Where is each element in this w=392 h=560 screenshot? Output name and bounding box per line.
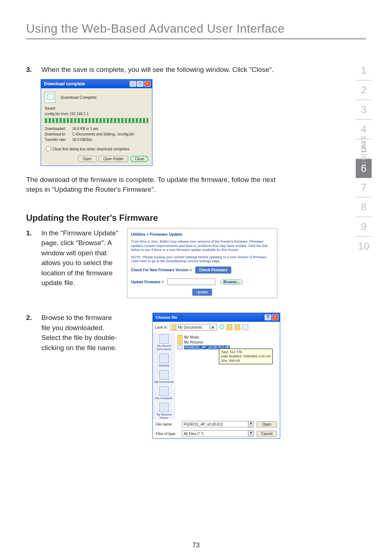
place-computer[interactable]: My Computer — [155, 386, 173, 400]
minimize-icon[interactable]: _ — [130, 81, 136, 87]
cancel-button[interactable]: Cancel — [257, 431, 277, 437]
update-button[interactable]: Update — [192, 289, 212, 296]
nav-3[interactable]: 3 — [356, 100, 372, 120]
filename-input[interactable]: F5D6231_4P_v0.00.012▾ — [182, 421, 254, 427]
page-title: Using the Web-Based Advanced User Interf… — [26, 22, 366, 36]
close-icon[interactable]: × — [144, 81, 151, 87]
fw-paragraph-1: From time to time, Belkin may release ne… — [131, 239, 273, 252]
rate-label: Transfer rate: — [45, 137, 72, 142]
place-network[interactable]: My Network Places — [153, 403, 175, 419]
nav-1[interactable]: 1 — [356, 61, 372, 81]
page-number: 73 — [0, 541, 392, 549]
filename-label: File name: — [156, 422, 179, 426]
list-item[interactable]: My Music — [177, 335, 278, 339]
lookin-value: My Documents — [178, 325, 202, 329]
new-folder-icon[interactable] — [234, 324, 240, 330]
close-button[interactable]: Close — [130, 156, 148, 162]
post-download-paragraph: The download of the firmware is complete… — [26, 175, 280, 195]
folder-icon — [177, 335, 183, 339]
download-complete-dialog: Download complete _ □ × Download Complet… — [41, 79, 152, 166]
places-bar: My Recent Documents Desktop My Documents… — [153, 333, 175, 419]
chevron-down-icon[interactable]: ▾ — [248, 421, 253, 427]
list-item[interactable]: My Pictures — [177, 340, 278, 344]
views-icon[interactable] — [242, 324, 248, 330]
step1-text: In the "Firmware Update" page, click "Br… — [41, 228, 120, 288]
step3-number: 3. — [26, 65, 36, 75]
check-firmware-label: Check For New Firmware Version > — [131, 268, 192, 272]
saved-label: Saved: — [45, 106, 148, 110]
file-tooltip: Type: DLF File Date Modified: 10/9/2002 … — [219, 349, 273, 364]
progress-bar — [45, 118, 148, 123]
firmware-file-input[interactable] — [167, 279, 215, 285]
downloaded-label: Downloaded: — [45, 126, 72, 131]
downloadto-label: Download to: — [45, 131, 72, 137]
lookin-label: Look in: — [155, 325, 168, 329]
close-on-complete-checkbox[interactable] — [46, 146, 51, 151]
dialog-title: Download complete — [44, 81, 85, 86]
open-folder-button[interactable]: Open Folder — [99, 156, 128, 162]
firmware-update-panel: Utilities > Firmware Update From time to… — [127, 228, 277, 299]
computer-icon — [159, 386, 169, 396]
chevron-down-icon[interactable]: ▾ — [248, 431, 253, 437]
filetype-label: Files of type: — [156, 432, 179, 436]
network-icon — [159, 403, 169, 412]
section-nav: 1 2 3 4 5 6 7 8 9 10 section — [348, 61, 372, 256]
nav-9[interactable]: 9 — [356, 217, 372, 237]
close-on-complete-label: Close this dialog box when download comp… — [52, 147, 130, 151]
downloaded-value: 16.0 KB in 1 sec — [72, 126, 99, 131]
help-icon[interactable]: ? — [265, 315, 271, 320]
filetype-select[interactable]: All Files (*.*)▾ — [182, 430, 254, 437]
nav-8[interactable]: 8 — [356, 198, 372, 217]
update-firmware-label: Update Firmware > — [131, 280, 164, 284]
rule — [26, 38, 366, 39]
saved-file: config.bin from 192.168.2.1 — [45, 112, 148, 116]
rate-value: 16.0 KB/Sec — [72, 137, 93, 142]
firmware-subhead: Updating the Router's Firmware — [26, 213, 280, 223]
choose-close-icon[interactable]: × — [272, 315, 278, 320]
recent-icon — [159, 334, 169, 344]
chevron-down-icon[interactable]: ▾ — [210, 325, 215, 329]
folder-icon — [172, 325, 176, 330]
download-icon — [45, 92, 56, 103]
download-header: Download Complete — [61, 95, 97, 100]
folder-icon — [177, 340, 183, 344]
place-documents[interactable]: My Documents — [154, 370, 173, 384]
maximize-icon[interactable]: □ — [137, 81, 143, 87]
choose-title: Choose file — [156, 315, 177, 320]
place-recent[interactable]: My Recent Documents — [153, 334, 175, 351]
fw-paragraph-2: NOTE: Please backup your current setting… — [131, 255, 273, 263]
nav-10[interactable]: 10 — [356, 237, 372, 256]
open-file-button[interactable]: Open — [257, 421, 277, 427]
step3-text: When the save is complete, you will see … — [41, 65, 280, 75]
choose-file-dialog: Choose file ? × Look in: My Documents ▾ — [152, 313, 280, 439]
back-icon[interactable] — [219, 324, 224, 329]
nav-7[interactable]: 7 — [356, 178, 372, 198]
open-button[interactable]: Open — [78, 156, 96, 162]
section-label: section — [359, 136, 369, 166]
step2-text: Browse to the firmware file you download… — [41, 313, 120, 353]
up-folder-icon[interactable] — [226, 324, 232, 330]
file-icon — [177, 345, 183, 349]
nav-2[interactable]: 2 — [356, 81, 372, 100]
step1-number: 1. — [26, 228, 36, 288]
desktop-icon — [159, 354, 169, 363]
place-desktop[interactable]: Desktop — [159, 354, 169, 367]
browse-button[interactable]: Browse... — [220, 279, 243, 285]
step2-number: 2. — [26, 313, 36, 353]
file-list[interactable]: My Music My Pictures F5D6231_4P_v0.00.01… — [175, 333, 280, 419]
breadcrumb: Utilities > Firmware Update — [131, 232, 273, 236]
downloadto-value: C:\Documents and Setting...\config.bin — [72, 131, 134, 137]
documents-icon — [159, 370, 169, 380]
lookin-combo[interactable]: My Documents ▾ — [170, 324, 217, 330]
check-firmware-button[interactable]: Check Firmware — [195, 267, 231, 273]
